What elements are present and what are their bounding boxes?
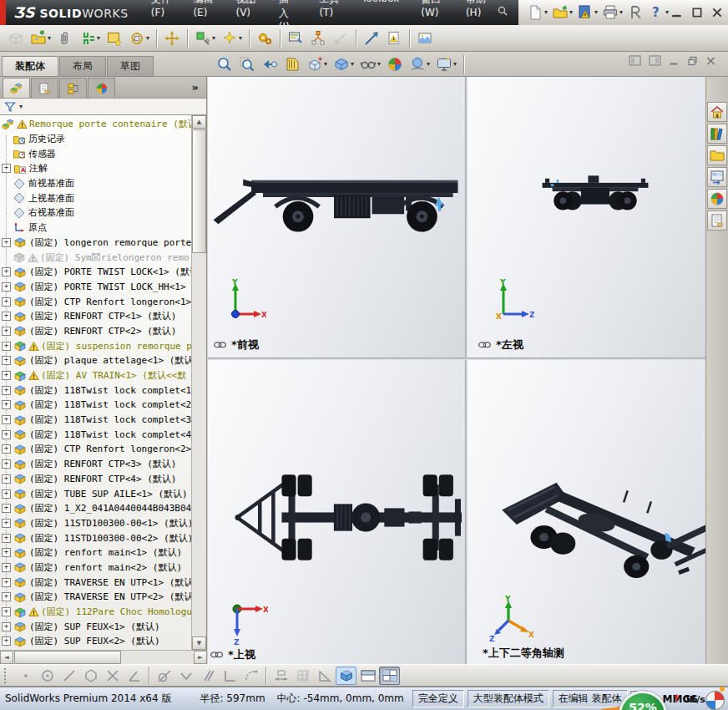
doc-warning-button[interactable]: ▾ [575, 3, 599, 22]
tree-item[interactable]: +(固定) 118Twist lock complet<1> [0, 383, 192, 398]
tree-horizontal-scrollbar[interactable]: ◄ ► [0, 650, 207, 664]
close-button[interactable] [711, 8, 723, 18]
tree-item[interactable]: +(固定) TRAVERSE EN UTP<1> (默认 [0, 575, 192, 590]
sk-parallel-button[interactable] [197, 667, 218, 685]
tree-item[interactable]: Remorque porte contenaire (默认 [0, 117, 192, 132]
dropdown-arrow-icon[interactable]: ▾ [324, 61, 327, 68]
exploded-view-button[interactable] [307, 28, 329, 49]
expand-icon[interactable]: + [2, 238, 11, 247]
appearances-pane-button[interactable] [707, 189, 727, 209]
expand-icon[interactable]: + [2, 592, 11, 601]
displaymanager-tab[interactable] [88, 78, 115, 98]
expand-icon[interactable]: + [2, 386, 11, 395]
sk-grid-button[interactable] [292, 667, 313, 685]
vp-single-button[interactable] [336, 667, 356, 685]
tree-item[interactable]: +(固定) PORTE TWIST LOCK_HH<1> ( [0, 280, 192, 295]
dropdown-arrow-icon[interactable]: ▾ [351, 61, 354, 68]
tree-item[interactable]: +(固定) TRAVERSE EN UTP<2> (默认 [0, 590, 192, 605]
view-orientation-button[interactable]: ▾ [304, 53, 330, 75]
dropdown-arrow-icon[interactable]: ▾ [594, 9, 598, 16]
sk-cross-button[interactable] [102, 667, 123, 685]
pane-toggle-right-icon[interactable] [649, 55, 661, 66]
sk-angle-button[interactable] [124, 667, 144, 685]
doc-close-button[interactable] [705, 56, 716, 66]
sk-tangent-button[interactable] [154, 667, 174, 685]
model-front-view[interactable] [213, 157, 462, 236]
tree-item[interactable]: +(固定) suspension remorque p [0, 338, 192, 353]
vp-two-button[interactable] [357, 667, 378, 685]
component-preview-button[interactable] [104, 28, 125, 49]
measure-button[interactable] [361, 28, 382, 49]
expand-icon[interactable]: + [2, 519, 11, 528]
custom-properties-button[interactable] [707, 210, 727, 231]
explode-line-sketch-button[interactable] [330, 28, 351, 49]
expand-icon[interactable]: + [2, 400, 11, 409]
previous-view-button[interactable] [259, 53, 281, 75]
tree-item[interactable]: +(固定) AV TRAIN<1> (默认<<默 [0, 368, 192, 383]
model-isometric-view[interactable] [498, 447, 708, 586]
dropdown-arrow-icon[interactable]: ▾ [544, 9, 548, 16]
pane-toggle-left-icon[interactable] [629, 55, 641, 66]
tree-item[interactable]: +(固定) 112Pare Choc Homologu [0, 605, 192, 620]
propertymanager-tab[interactable] [31, 78, 58, 98]
search-icon[interactable] [497, 5, 508, 20]
tree-item[interactable]: +(固定) 11STD100300-00<2> (默认) [0, 530, 192, 545]
move-component-button[interactable] [161, 28, 183, 49]
sk-line-button[interactable] [58, 667, 79, 685]
panel-overflow-chevron[interactable]: » [192, 81, 199, 94]
tree-item[interactable]: 右视基准面 [0, 205, 192, 221]
file-explorer-button[interactable] [707, 145, 727, 165]
expand-icon[interactable]: + [2, 578, 11, 587]
resources-home-button[interactable] [707, 102, 727, 122]
expand-icon[interactable]: + [2, 356, 11, 365]
smart-fasteners-button[interactable]: ▾ [192, 28, 218, 49]
dropdown-arrow-icon[interactable]: ▾ [377, 61, 381, 68]
sk-perp-button[interactable] [219, 667, 240, 685]
new-doc-button[interactable]: ▾ [525, 3, 549, 22]
dropdown-arrow-icon[interactable]: ▾ [239, 35, 242, 42]
zoom-fit-button[interactable] [214, 53, 235, 75]
doc-minimize-button[interactable] [669, 56, 680, 66]
tree-item[interactable]: 原点 [0, 221, 192, 236]
expand-icon[interactable]: + [2, 548, 11, 557]
help-button[interactable]: ?▾ [646, 3, 670, 22]
tree-item[interactable]: +(固定) PORTE TWIST LOCK<1> (默认 [0, 265, 192, 280]
tree-item[interactable]: +A注解 [0, 161, 192, 176]
sk-trace-button[interactable] [240, 667, 261, 685]
tree-item[interactable]: +(固定) RENFORT CTP<4> (默认) [0, 472, 192, 487]
viewport-top[interactable]: X Z *上视 [208, 360, 465, 664]
doc-restore-button[interactable] [687, 56, 698, 66]
tree-item[interactable]: +(固定) SUP FEUX<2> (默认) [0, 634, 192, 649]
sk-point-button[interactable] [15, 667, 36, 685]
viewport-left[interactable]: Y Z X *左视 [468, 77, 705, 358]
tab-sketch[interactable]: 草图 [107, 56, 154, 76]
assembly-visualization-button[interactable] [285, 28, 306, 49]
dropdown-arrow-icon[interactable]: ▾ [146, 35, 149, 42]
toolbar-drag-handle[interactable] [4, 668, 10, 683]
rx-button[interactable] [625, 3, 645, 22]
expand-icon[interactable]: + [2, 563, 11, 572]
expand-icon[interactable]: + [2, 489, 11, 499]
tree-item[interactable]: +(固定) 118Twist lock complet<2> [0, 398, 192, 413]
view-palette-button[interactable] [707, 167, 727, 187]
tree-item[interactable]: +(固定) 118Twist lock complet<4> [0, 427, 192, 442]
expand-icon[interactable]: + [2, 342, 11, 351]
reference-geometry-button[interactable]: ▾ [219, 28, 245, 49]
tree-item[interactable]: +(固定) 118Twist lock complet<3> [0, 413, 192, 428]
view-settings-button[interactable]: ▾ [433, 53, 459, 75]
sk-polygon-button[interactable] [80, 667, 101, 685]
expand-icon[interactable]: + [2, 312, 11, 321]
expand-icon[interactable]: + [2, 371, 11, 380]
print-button[interactable]: ▾ [600, 3, 624, 22]
tree-item[interactable]: +(固定) CTP Renfort longeron<1> [0, 294, 192, 309]
expand-icon[interactable]: + [2, 534, 11, 543]
zoom-area-button[interactable] [236, 53, 258, 75]
viewport-splitter-horizontal[interactable] [208, 358, 705, 360]
tree-item[interactable]: +(固定) RENFORT CTP<2> (默认) [0, 324, 192, 339]
tree-item[interactable]: 历史记录 [0, 132, 192, 147]
horizontal-scroll-thumb[interactable] [14, 651, 121, 664]
insert-component-button[interactable]: ▾ [28, 28, 53, 49]
scroll-right-icon[interactable]: ► [194, 651, 207, 664]
dropdown-arrow-icon[interactable]: ▾ [619, 9, 623, 16]
tree-item[interactable]: +(固定) plaque attelage<1> (默认 [0, 353, 192, 368]
